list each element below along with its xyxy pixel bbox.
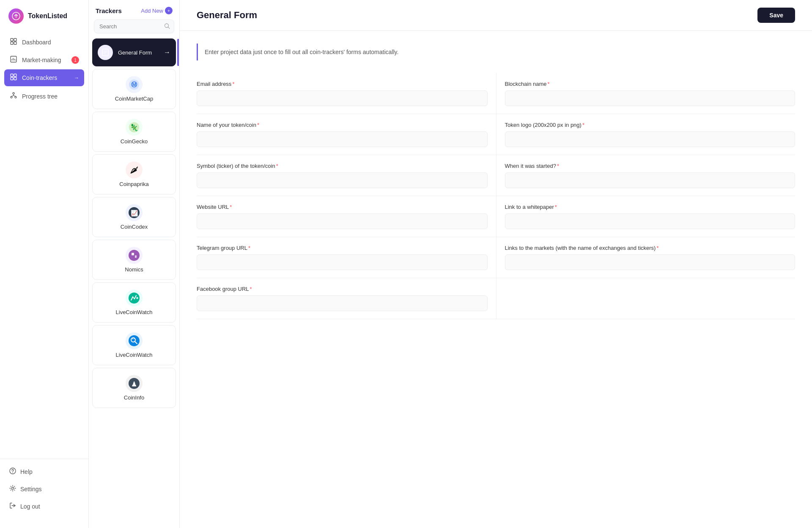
tracker-arrow-general-form: → (164, 49, 170, 56)
sidebar: TokenListed Dashboard (0, 0, 89, 528)
svg-rect-38 (132, 253, 134, 255)
input-facebook[interactable] (197, 295, 488, 311)
form-group-telegram: Telegram group URL* (197, 237, 496, 278)
svg-text:♟: ♟ (131, 380, 137, 388)
search-icon (164, 23, 170, 30)
sidebar-item-coin-trackers[interactable]: Coin-trackers → (4, 69, 84, 86)
input-markets[interactable] (505, 254, 796, 270)
svg-point-16 (15, 96, 16, 98)
sidebar-item-dashboard[interactable]: Dashboard (4, 34, 84, 51)
nav: Dashboard Market-making 1 (0, 34, 88, 454)
tracker-name-coincodex: CoinCodex (121, 224, 148, 230)
tracker-name-nomics: Nomics (125, 266, 143, 273)
svg-point-22 (12, 487, 14, 490)
input-whitepaper[interactable] (505, 213, 796, 229)
svg-text:🌶: 🌶 (130, 165, 138, 175)
sidebar-item-market-making[interactable]: Market-making 1 (4, 52, 84, 68)
main-body: Enter project data just once to fill out… (180, 31, 812, 528)
tracker-item-nomics[interactable]: Nomics (92, 240, 176, 280)
input-token-name[interactable] (197, 131, 488, 147)
form-grid: Email address* Blockchain name* Name of … (197, 73, 795, 319)
tracker-item-coinpaprika[interactable]: 🌶 Coinpaprika (92, 154, 176, 194)
plus-circle-icon: + (165, 7, 173, 14)
tracker-name-livecoinwatch1: LiveCoinWatch (116, 309, 153, 315)
tracker-name-coinmarketcap: CoinMarketCap (115, 96, 153, 102)
help-item[interactable]: Help (4, 463, 84, 480)
tracker-icon-coininfo: ♟ (126, 375, 143, 392)
logout-item[interactable]: Log out (4, 498, 84, 514)
svg-text:Ⓜ: Ⓜ (131, 81, 137, 88)
input-blockchain[interactable] (505, 90, 796, 106)
tracker-icon-nomics (126, 247, 143, 264)
form-group-facebook: Facebook group URL* (197, 278, 496, 319)
svg-line-18 (11, 96, 14, 96)
info-banner: Enter project data just once to fill out… (197, 44, 795, 60)
svg-point-21 (12, 472, 13, 473)
input-started[interactable] (505, 172, 796, 188)
market-making-badge: 1 (71, 56, 79, 64)
form-group-whitepaper: Link to a whitepaper* (496, 196, 796, 237)
main-header: General Form Save (180, 0, 812, 31)
settings-label: Settings (20, 486, 42, 492)
tracker-item-livecoinwatch1[interactable]: LiveCoinWatch (92, 282, 176, 323)
logo: TokenListed (0, 8, 88, 34)
svg-rect-11 (14, 74, 16, 77)
trackers-panel: Trackers Add New + Genera (89, 0, 180, 528)
tracker-item-coincodex[interactable]: 📈 CoinCodex (92, 197, 176, 237)
tracker-icon-coinmarketcap: Ⓜ (126, 76, 143, 93)
input-token-logo[interactable] (505, 131, 796, 147)
add-new-button[interactable]: Add New + (141, 7, 173, 14)
market-making-icon (9, 56, 18, 64)
label-symbol: Symbol (ticker) of the token/coin* (197, 163, 488, 169)
settings-item[interactable]: Settings (4, 481, 84, 497)
svg-rect-10 (11, 74, 13, 77)
form-group-symbol: Symbol (ticker) of the token/coin* (197, 155, 496, 196)
input-website[interactable] (197, 213, 488, 229)
svg-rect-13 (14, 77, 16, 80)
form-group-token-name: Name of your token/coin* (197, 114, 496, 155)
tracker-item-general-form[interactable]: General Form → (92, 38, 176, 66)
tracker-name-coinpaprika: Coinpaprika (119, 181, 148, 187)
svg-rect-4 (14, 42, 16, 44)
tracker-item-coinmarketcap[interactable]: Ⓜ CoinMarketCap (92, 69, 176, 109)
svg-rect-39 (135, 255, 137, 258)
tracker-item-livecoinwatch2[interactable]: LiveCoinWatch (92, 325, 176, 365)
dashboard-label: Dashboard (22, 39, 51, 46)
sidebar-item-progress-tree[interactable]: Progress tree (4, 88, 84, 105)
logout-label: Log out (20, 503, 40, 510)
form-group-token-logo: Token logo (200x200 px in png)* (496, 114, 796, 155)
label-started: When it was started?* (505, 163, 796, 169)
tracker-name-livecoinwatch2: LiveCoinWatch (116, 352, 153, 358)
svg-rect-3 (11, 42, 13, 44)
svg-rect-1 (11, 38, 13, 41)
tracker-icon-coinpaprika: 🌶 (126, 161, 143, 178)
tracker-name-general-form: General Form (118, 49, 152, 56)
tracker-item-coingecko[interactable]: 🦎 CoinGecko (92, 112, 176, 152)
tracker-icon-coincodex: 📈 (126, 204, 143, 221)
coin-trackers-icon (9, 74, 18, 82)
search-input[interactable] (94, 19, 174, 33)
help-icon (9, 468, 16, 476)
coin-trackers-arrow: → (74, 75, 79, 81)
active-indicator (177, 39, 179, 66)
input-symbol[interactable] (197, 172, 488, 188)
logo-text: TokenListed (28, 12, 67, 20)
search-box (94, 19, 174, 33)
dashboard-icon (9, 38, 18, 47)
input-telegram[interactable] (197, 254, 488, 270)
tracker-icon-livecoinwatch1 (126, 290, 143, 306)
svg-line-25 (168, 27, 170, 29)
tracker-item-coininfo[interactable]: ♟ CoinInfo (92, 368, 176, 408)
form-group-started: When it was started?* (496, 155, 796, 196)
main-content: General Form Save Enter project data jus… (180, 0, 812, 528)
trackers-title: Trackers (96, 7, 122, 14)
progress-tree-icon (9, 92, 18, 101)
tracker-name-coingecko: CoinGecko (121, 138, 148, 145)
label-facebook: Facebook group URL* (197, 286, 488, 292)
progress-tree-label: Progress tree (22, 93, 58, 100)
trackers-list: General Form → Ⓜ CoinMarketCap 🦎 Coi (89, 38, 179, 528)
save-button[interactable]: Save (757, 8, 795, 23)
svg-text:🦎: 🦎 (130, 123, 138, 131)
input-email[interactable] (197, 90, 488, 106)
tracker-icon-general-form (98, 45, 113, 60)
